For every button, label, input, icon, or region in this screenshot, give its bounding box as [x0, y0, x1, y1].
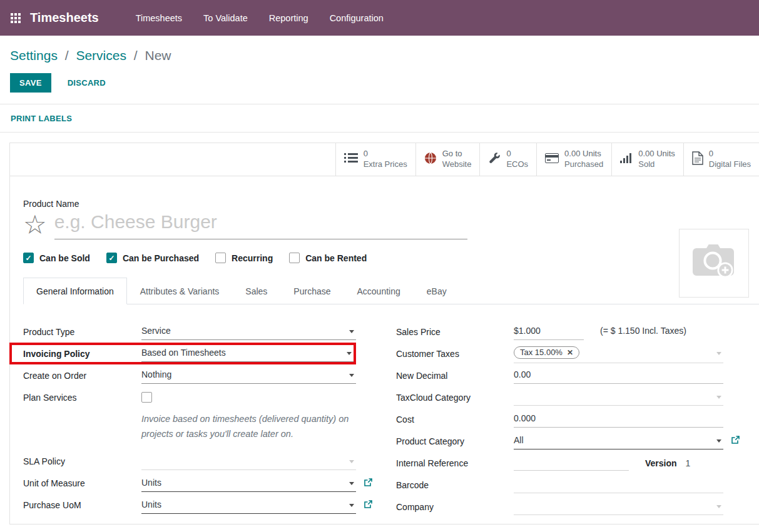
chevron-down-icon	[716, 505, 721, 508]
field-taxcloud-category: TaxCloud Category .	[396, 386, 723, 408]
top-bar: Timesheets Timesheets To Validate Report…	[0, 0, 759, 36]
field-cost: Cost 0.000	[396, 408, 723, 430]
chevron-down-icon	[349, 460, 354, 463]
purchase-uom-select[interactable]: Units	[141, 497, 356, 514]
stat-value: 0	[506, 149, 528, 159]
can-be-purchased-checkbox[interactable]	[106, 253, 117, 263]
product-name-input[interactable]	[54, 210, 467, 239]
product-category-select[interactable]: All	[514, 433, 723, 449]
can-be-rented-option[interactable]: Can be Rented	[289, 253, 367, 263]
chevron-down-icon	[716, 439, 721, 443]
tab-attributes-variants[interactable]: Attributes & Variants	[127, 278, 233, 304]
can-be-sold-checkbox[interactable]	[23, 253, 34, 263]
nav-to-validate[interactable]: To Validate	[193, 0, 258, 36]
can-be-rented-checkbox[interactable]	[289, 253, 300, 263]
barcode-input[interactable]: .	[514, 476, 723, 493]
breadcrumb-settings[interactable]: Settings	[10, 48, 58, 63]
remove-tag-icon[interactable]: ✕	[567, 348, 573, 357]
product-type-select[interactable]: Service	[141, 323, 356, 340]
external-link-icon[interactable]	[364, 478, 373, 489]
go-to-website-button[interactable]: Go toWebsite	[415, 143, 480, 176]
tab-ebay[interactable]: eBay	[414, 278, 460, 304]
form-body: Product Name ☆ Can be Sold Can be Purc	[10, 176, 759, 518]
right-field-column: Sales Price $1.000 (= $ 1.150 Incl. Taxe…	[396, 321, 723, 518]
external-link-icon[interactable]	[731, 435, 740, 446]
tab-accounting[interactable]: Accounting	[344, 278, 414, 304]
recurring-option[interactable]: Recurring	[215, 253, 273, 263]
stat-label: Website	[442, 159, 472, 170]
field-sla-policy: SLA Policy .	[23, 451, 365, 473]
product-name-row: ☆	[23, 210, 759, 239]
apps-menu-icon[interactable]	[11, 13, 21, 23]
capability-checkboxes: Can be Sold Can be Purchased Recurring C…	[23, 253, 759, 263]
field-label: Sales Price	[396, 327, 514, 337]
field-label: Barcode	[396, 480, 514, 490]
globe-icon	[424, 152, 437, 167]
bar-chart-icon	[620, 153, 633, 166]
extra-prices-button[interactable]: 0Extra Prices	[335, 143, 415, 176]
customer-taxes-field[interactable]: Tax 15.00% ✕	[514, 344, 723, 363]
create-on-order-select[interactable]: Nothing	[141, 367, 356, 384]
chevron-down-icon	[349, 374, 354, 377]
top-nav: Timesheets To Validate Reporting Configu…	[125, 0, 394, 36]
breadcrumb: Settings / Services / New	[0, 36, 759, 71]
breadcrumb-new: New	[145, 48, 171, 63]
product-image-upload[interactable]	[679, 229, 749, 298]
chevron-down-icon	[349, 504, 354, 507]
nav-reporting[interactable]: Reporting	[258, 0, 319, 36]
chevron-down-icon	[716, 352, 721, 355]
field-purchase-uom: Purchase UoM Units	[23, 494, 365, 516]
unit-of-measure-select[interactable]: Units	[141, 475, 356, 492]
field-label: New Decimal	[396, 371, 514, 381]
ecos-button[interactable]: 0ECOs	[479, 143, 536, 176]
tax-tag: Tax 15.00% ✕	[514, 346, 579, 359]
can-be-purchased-option[interactable]: Can be Purchased	[106, 253, 199, 263]
internal-reference-input[interactable]	[514, 456, 629, 471]
digital-files-button[interactable]: 0Digital Files	[683, 143, 759, 176]
recurring-checkbox[interactable]	[215, 253, 226, 263]
field-label: Internal Reference	[396, 458, 514, 468]
can-be-sold-option[interactable]: Can be Sold	[23, 253, 90, 263]
discard-button[interactable]: DISCARD	[68, 78, 106, 88]
left-field-column: Product Type Service Invoicing Policy Ba…	[23, 321, 365, 518]
field-invoicing-policy-highlighted: Invoicing Policy Based on Timesheets	[9, 343, 356, 364]
print-labels-button[interactable]: PRINT LABELS	[11, 114, 72, 123]
stat-label: Sold	[638, 159, 675, 170]
tab-purchase[interactable]: Purchase	[280, 278, 344, 304]
chevron-down-icon	[349, 482, 354, 485]
form-tabs: General Information Attributes & Variant…	[23, 278, 759, 304]
field-label: Product Type	[23, 327, 141, 337]
favorite-star-icon[interactable]: ☆	[23, 212, 47, 239]
chevron-down-icon	[347, 352, 352, 355]
taxcloud-category-select[interactable]: .	[514, 389, 723, 406]
sla-policy-select[interactable]: .	[141, 453, 356, 470]
tab-sales[interactable]: Sales	[232, 278, 280, 304]
app-title[interactable]: Timesheets	[30, 11, 99, 25]
breadcrumb-services[interactable]: Services	[76, 48, 126, 63]
company-select[interactable]: .	[514, 498, 723, 515]
sold-button[interactable]: 0.00 UnitsSold	[611, 143, 683, 176]
sales-price-input[interactable]: $1.000	[514, 323, 584, 340]
stat-button-row: 0Extra Prices Go toWebsite 0ECOs	[10, 143, 759, 176]
cost-input[interactable]: 0.000	[514, 411, 723, 428]
tax-tag-label: Tax 15.00%	[520, 348, 563, 357]
invoicing-helper-text: Invoice based on timesheets (delivered q…	[141, 412, 357, 442]
new-decimal-input[interactable]: 0.00	[514, 367, 723, 384]
save-button[interactable]: SAVE	[10, 73, 51, 93]
external-link-icon[interactable]	[364, 499, 373, 511]
breadcrumb-separator: /	[130, 48, 141, 63]
nav-configuration[interactable]: Configuration	[319, 0, 394, 36]
field-sales-price: Sales Price $1.000 (= $ 1.150 Incl. Taxe…	[396, 321, 723, 343]
sales-price-wrap: $1.000 (= $ 1.150 Incl. Taxes)	[514, 323, 723, 340]
version-value: 1	[686, 458, 691, 468]
stat-value: Go to	[442, 149, 472, 159]
product-name-label: Product Name	[23, 199, 759, 209]
purchased-button[interactable]: 0.00 UnitsPurchased	[536, 143, 611, 176]
invoicing-policy-select[interactable]: Based on Timesheets	[141, 345, 354, 362]
tab-general-information[interactable]: General Information	[23, 278, 127, 304]
plan-services-checkbox[interactable]	[141, 392, 152, 403]
field-product-category: Product Category All	[396, 430, 723, 452]
field-label: Customer Taxes	[396, 349, 514, 359]
nav-timesheets[interactable]: Timesheets	[125, 0, 193, 36]
stat-label: ECOs	[506, 159, 528, 170]
